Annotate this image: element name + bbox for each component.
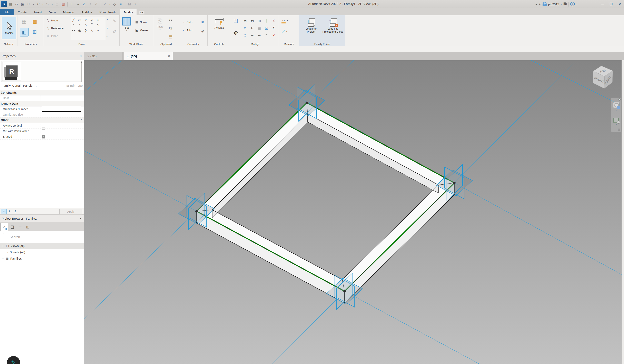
draw-tangent-arc-icon[interactable]: ∩ (83, 23, 89, 28)
create-similar-icon[interactable]: ⊙ (241, 32, 249, 39)
username[interactable]: jab2315 (548, 2, 559, 6)
align-icon[interactable]: ◰ (232, 17, 240, 25)
default-3d-view-icon[interactable]: ⌂ (103, 1, 108, 7)
drawing-area[interactable]: TOPFRONTRIGHT (84, 60, 622, 364)
tab-add-ins[interactable]: Add-Ins (78, 9, 96, 15)
edit-type-button[interactable]: ⊞ Edit Type (66, 84, 83, 88)
unpin-icon[interactable]: ⊻ (270, 17, 277, 24)
panel-label-modify[interactable]: Modify (231, 43, 279, 46)
redo-dropdown-icon[interactable]: ▾ (51, 1, 53, 7)
trim-extend-corner-icon[interactable]: ⇥ (249, 32, 256, 39)
steering-wheel-icon[interactable] (613, 102, 620, 108)
draw-start-end-arc-icon[interactable]: ◜ (70, 23, 77, 28)
measure-angle-button[interactable]: ⤢ ▾ (282, 29, 287, 34)
draw-partial-ellipse-icon[interactable]: ◉ (77, 28, 83, 33)
delete-icon[interactable]: ✕ (270, 32, 277, 39)
navigation-bar[interactable]: ✕ ▾ ▾ ≡ (611, 97, 622, 132)
panel-label-family-editor[interactable]: Family Editor (299, 43, 345, 46)
panel-label-measure[interactable]: Measure (279, 43, 299, 46)
browser-search-input[interactable]: ⌕ Search (3, 233, 78, 241)
view-dropdown-icon[interactable]: ▾ (109, 1, 111, 7)
tab-manage[interactable]: Manage (59, 9, 78, 15)
panel-label-controls[interactable]: Controls (208, 43, 231, 46)
export-icon[interactable]: ▥ (60, 1, 66, 7)
revit-logo-icon[interactable]: R (1, 1, 7, 7)
tab-file[interactable]: File (0, 9, 14, 15)
close-hidden-windows-icon[interactable]: ⊠ (127, 1, 132, 7)
split-element-icon[interactable]: ◫ (256, 17, 263, 24)
draw-line-icon[interactable]: ╱ (70, 17, 77, 23)
join-geometry-button[interactable]: ◕ Join ▾ (181, 28, 193, 32)
close-view-tab-icon[interactable]: ✕ (168, 54, 170, 58)
sort-custom-icon[interactable]: ≣ (1, 209, 6, 214)
undo-icon[interactable]: ↶ (35, 1, 41, 7)
move-icon[interactable]: ✥ (232, 29, 240, 37)
panel-label-draw[interactable]: Draw (44, 43, 119, 46)
reference-line-button[interactable]: ╲ Reference (46, 26, 63, 30)
copy-icon[interactable]: ⧉ (167, 24, 175, 32)
wheel-dropdown-icon[interactable]: ▾ (611, 109, 621, 111)
ribbon-display-toggle[interactable]: ⊡▾ (139, 11, 144, 14)
sketch-solid-icon[interactable]: ✎ (110, 17, 118, 25)
cut-geometry-button[interactable]: ◔ Cut ▾ (181, 20, 193, 24)
draw-circle-icon[interactable]: ⊙ (95, 17, 101, 23)
properties-palette-icon[interactable]: ◧ (20, 28, 28, 37)
activate-dimensions-button[interactable]: Activate (211, 17, 227, 29)
account-dropdown-icon[interactable]: ▾ (561, 3, 562, 5)
modify-pin-icon[interactable]: ⊺ (69, 1, 75, 7)
tab-view[interactable]: View (46, 9, 59, 15)
mirror-draw-axis-icon[interactable]: ⧓ (249, 17, 256, 24)
load-into-project-button[interactable]: ↑ Load into Project (301, 18, 321, 33)
sort-descending-icon[interactable]: Z↓ (13, 209, 19, 214)
section-icon[interactable]: ◇ (112, 1, 117, 7)
type-properties-icon[interactable]: ▦ (20, 17, 28, 25)
tag-icon[interactable]: ⌖ (88, 1, 93, 7)
panel-label-select[interactable]: Select ▾ (0, 43, 18, 46)
view-tab-3d-active[interactable]: ⌂ {3D} ✕ (124, 52, 173, 60)
navbar-close-icon[interactable]: ✕ (618, 98, 621, 101)
project-browser-header[interactable]: Project Browser - Family1 ✕ (0, 215, 84, 223)
draw-point-icon[interactable]: ∘ (95, 28, 101, 33)
sync-icon[interactable]: ⟳ (26, 1, 31, 7)
draw-rectangle-icon[interactable]: ▭ (77, 17, 83, 23)
aligned-dimension-icon[interactable]: ↔ (75, 1, 81, 7)
collapse-search-icon[interactable]: ◂ (535, 2, 537, 6)
modify-tool-button[interactable]: Modify (2, 17, 16, 39)
draw-fillet-arc-icon[interactable]: ⌒ (89, 23, 95, 28)
properties-window-icon[interactable]: ▤ (8, 1, 13, 7)
qat-more-icon[interactable]: » (133, 1, 138, 7)
split-with-gap-icon[interactable]: ∥ (263, 17, 270, 24)
browser-tab-families-icon[interactable]: ⊞ (24, 223, 31, 231)
close-button[interactable]: ✕ (616, 1, 623, 7)
pin-icon[interactable]: ⊼ (270, 24, 277, 32)
plane-button[interactable]: ▱ Plane (46, 34, 58, 38)
sort-ascending-icon[interactable]: A↓ (7, 209, 13, 214)
omniclass-number-input[interactable] (42, 107, 81, 112)
draw-center-arc-icon[interactable]: ◝ (77, 23, 83, 28)
zoom-dropdown-icon[interactable]: ▾ (611, 123, 621, 125)
tab-modify[interactable]: Modify (120, 9, 137, 15)
load-into-project-and-close-button[interactable]: ↑ ✕ Load into Project and Close (322, 18, 344, 33)
scale-icon[interactable]: ◱ (263, 24, 270, 32)
save-icon[interactable]: ▣ (20, 1, 25, 7)
search-binoculars-icon[interactable]: ⌕ (539, 2, 541, 6)
show-work-plane-button[interactable]: ▦ Show (134, 20, 147, 24)
canvas-scrollbar[interactable]: ⌃ (622, 60, 624, 364)
browser-tab-views-icon[interactable]: ❏ (9, 223, 16, 231)
family-selector-row[interactable]: Family: Curtain Panels ⌄ ⊞ Edit Type (0, 82, 84, 89)
trim-extend-multiple-icon[interactable]: ≡ (263, 32, 270, 39)
draw-circumscribed-polygon-icon[interactable]: ◎ (89, 17, 95, 23)
thin-lines-icon[interactable]: ≡ (118, 1, 123, 7)
navbar-options-icon[interactable]: ≡ (618, 128, 620, 131)
print-icon[interactable]: ⊡ (54, 1, 60, 7)
paste-button[interactable]: ⎘ Paste ▾ (155, 17, 165, 31)
array-icon[interactable]: ▦ (256, 24, 263, 32)
panel-label-clipboard[interactable]: Clipboard (153, 43, 179, 46)
draw-scroll-up-icon[interactable]: ▲ (106, 18, 108, 20)
tree-item-sheets[interactable]: ▱ Sheets (all) (0, 249, 84, 255)
panel-label-geometry[interactable]: Geometry (179, 43, 208, 46)
paint-icon[interactable]: ◙ (199, 18, 207, 26)
help-icon[interactable]: ? (570, 2, 575, 6)
draw-pick-icon[interactable]: ↖ (89, 28, 95, 33)
view-tab-3d-inactive[interactable]: ⌂ {3D} (84, 52, 123, 60)
